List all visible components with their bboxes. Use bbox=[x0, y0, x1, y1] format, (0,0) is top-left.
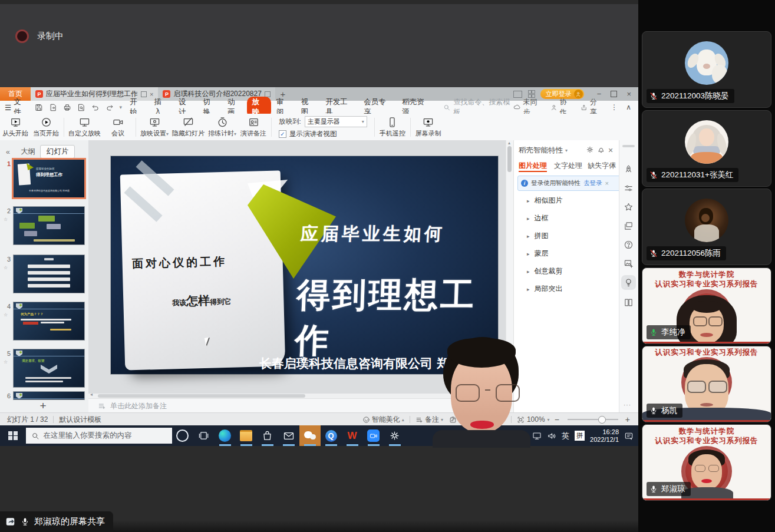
taskbar-search-input[interactable]: 在这里输入你要搜索的内容 bbox=[26, 428, 172, 444]
language-indicator[interactable]: 英 bbox=[562, 431, 569, 441]
dismiss-banner-icon[interactable]: × bbox=[605, 180, 609, 187]
participant-tile-1[interactable]: 2202112003陈晓晏 bbox=[642, 31, 771, 108]
strip-handle[interactable] bbox=[622, 145, 635, 147]
smart-panel-title[interactable]: 稻壳智能特性 ▾ bbox=[519, 146, 568, 156]
gear-icon[interactable] bbox=[586, 146, 594, 154]
help-icon[interactable] bbox=[624, 240, 634, 250]
new-slide-button[interactable]: + bbox=[34, 399, 52, 412]
participant-tile-2[interactable]: 2202112031+张美红 bbox=[642, 110, 771, 187]
start-button[interactable] bbox=[8, 431, 18, 441]
tab-preview-icon[interactable] bbox=[141, 91, 147, 97]
strip-more-icon[interactable]: ··· bbox=[624, 402, 631, 408]
redo-icon[interactable] bbox=[105, 103, 114, 112]
tab-slides-active[interactable]: 幻灯片 bbox=[40, 145, 75, 158]
maximize-button[interactable] bbox=[611, 91, 617, 97]
bell-icon[interactable] bbox=[597, 146, 605, 154]
cortana-button[interactable] bbox=[172, 425, 193, 446]
participant-tile-4[interactable]: 数学与统计学院 认识实习和专业实习系列报告 李纯净 bbox=[642, 267, 771, 344]
sliders-icon[interactable] bbox=[624, 183, 634, 193]
show-settings-button[interactable]: 放映设置▾ bbox=[138, 117, 170, 138]
from-current-button[interactable]: 当页开始 bbox=[31, 117, 61, 138]
speaker-notes-button[interactable]: 演讲备注 bbox=[238, 117, 269, 138]
volume-icon[interactable] bbox=[547, 431, 556, 441]
participant-tile-6[interactable]: 数学与统计学院 认识实习和专业实习系列报告 郑淑琼 bbox=[642, 424, 771, 501]
vertical-scroll-thumb[interactable] bbox=[507, 146, 512, 172]
zoom-level[interactable]: 100% bbox=[527, 415, 545, 424]
print-preview-icon[interactable] bbox=[77, 103, 85, 112]
scroll-left-icon[interactable]: ◂ bbox=[90, 392, 93, 397]
taskbar-wps[interactable]: W bbox=[342, 425, 363, 446]
tab-text-processing[interactable]: 文字处理 bbox=[554, 161, 582, 171]
tab-image-processing-active[interactable]: 图片处理 bbox=[519, 161, 547, 171]
participant-tile-3[interactable]: 2202112056陈雨 bbox=[642, 189, 771, 265]
taskbar-store[interactable] bbox=[257, 425, 278, 446]
go-login-link[interactable]: 去登录 bbox=[583, 179, 602, 187]
scroll-up-icon[interactable]: ▴ bbox=[508, 140, 510, 146]
beautify-button[interactable]: 智能美化 bbox=[372, 415, 400, 425]
task-view-button[interactable] bbox=[193, 425, 215, 446]
horizontal-scroll-thumb[interactable] bbox=[98, 394, 305, 398]
collapse-panel-button[interactable]: « bbox=[0, 148, 16, 156]
taskbar-browser-q[interactable]: Q bbox=[321, 425, 342, 446]
zoom-in-button[interactable]: + bbox=[625, 415, 630, 424]
more-menu-icon[interactable]: ⋮ bbox=[611, 103, 618, 111]
from-start-button[interactable]: 从头开始 bbox=[0, 117, 31, 138]
close-panel-icon[interactable]: × bbox=[608, 146, 613, 155]
clock[interactable]: 16:28 2022/12/1 bbox=[590, 428, 619, 444]
thumb-number-6: 6 bbox=[2, 392, 11, 399]
notification-center-icon[interactable] bbox=[624, 431, 634, 441]
print-icon[interactable] bbox=[63, 103, 71, 112]
slide-thumbnail-4[interactable]: 何为产品？？？ bbox=[13, 302, 85, 341]
rehearse-timing-button[interactable]: 排练计时▾ bbox=[206, 117, 238, 138]
wps-file-icon: P bbox=[35, 90, 43, 98]
slide-thumbnail-5[interactable]: 满足需求、欲望 bbox=[13, 349, 85, 388]
participant-name: 李纯净 bbox=[661, 327, 685, 338]
taskbar-meeting-app[interactable] bbox=[363, 425, 384, 446]
export-icon[interactable] bbox=[49, 103, 57, 112]
slide-thumbnail-2[interactable] bbox=[13, 206, 85, 245]
panel-item-creative-crop[interactable]: ▸ 创意裁剪 bbox=[527, 266, 563, 276]
panel-item-mask[interactable]: ▸ 蒙层 bbox=[527, 249, 549, 259]
image-edit-icon[interactable] bbox=[624, 259, 634, 269]
quickbar-caret-icon[interactable]: ▾ bbox=[119, 104, 122, 110]
participant-tile-5[interactable]: 认识实习和专业实习系列报告 杨凯 bbox=[642, 346, 771, 422]
taskbar-wechat-active[interactable] bbox=[299, 425, 321, 446]
panel-item-collage[interactable]: ▸ 拼图 bbox=[527, 231, 549, 241]
taskbar-edge[interactable] bbox=[215, 425, 236, 446]
display-icon[interactable] bbox=[532, 431, 542, 441]
presenter-view-checkbox[interactable]: ✓ bbox=[279, 130, 286, 138]
meeting-button[interactable]: 会议 bbox=[103, 117, 133, 138]
rocket-icon[interactable] bbox=[624, 164, 634, 174]
collapse-ribbon-icon[interactable]: ∧ bbox=[626, 103, 631, 111]
bulb-icon[interactable] bbox=[624, 277, 634, 288]
star-icon[interactable] bbox=[624, 202, 634, 212]
taskbar-explorer[interactable] bbox=[236, 425, 257, 446]
zoom-slider-knob[interactable] bbox=[598, 416, 606, 424]
tab-outline[interactable]: 大纲 bbox=[16, 147, 40, 157]
slide-thumbnail-1-selected[interactable]: 应届毕业生如何 得到理想工作 长春启璞科技信息咨询有限公司 郑淑琼 bbox=[13, 159, 85, 198]
screen-record-button[interactable]: 屏幕录制 bbox=[413, 117, 444, 138]
panel-item-local-highlight[interactable]: ▸ 局部突出 bbox=[527, 284, 563, 294]
phone-remote-button[interactable]: 手机遥控 bbox=[377, 117, 408, 138]
taskbar-settings[interactable] bbox=[384, 425, 405, 446]
panel-item-borders[interactable]: ▸ 边框 bbox=[527, 213, 549, 223]
ime-indicator[interactable]: 拼 bbox=[575, 431, 585, 441]
layers-icon[interactable] bbox=[624, 221, 634, 231]
zoom-slider[interactable] bbox=[568, 419, 618, 420]
panel-menu-icon[interactable]: ≡ bbox=[611, 160, 616, 168]
slide-thumbnail-6[interactable] bbox=[13, 391, 85, 400]
wps-w-icon: W bbox=[347, 430, 357, 442]
slide-thumbnail-3[interactable] bbox=[13, 255, 85, 293]
panel-item-similar-images[interactable]: ▸ 相似图片 bbox=[527, 196, 563, 206]
hide-slide-button[interactable]: 隐藏幻灯片 bbox=[170, 117, 206, 138]
tab-preview-icon[interactable] bbox=[265, 91, 271, 97]
display-monitor-select[interactable]: 主要显示器 ▾ bbox=[305, 116, 367, 127]
layout-switch-icon[interactable] bbox=[513, 91, 522, 98]
book-icon[interactable] bbox=[624, 298, 634, 308]
taskbar-mail[interactable] bbox=[278, 425, 299, 446]
zoom-out-button[interactable]: − bbox=[555, 415, 559, 424]
template-name[interactable]: 默认设计模板 bbox=[59, 415, 101, 425]
undo-icon[interactable] bbox=[91, 103, 100, 112]
custom-show-button[interactable]: 自定义放映 bbox=[67, 117, 103, 138]
save-icon[interactable] bbox=[35, 103, 43, 112]
